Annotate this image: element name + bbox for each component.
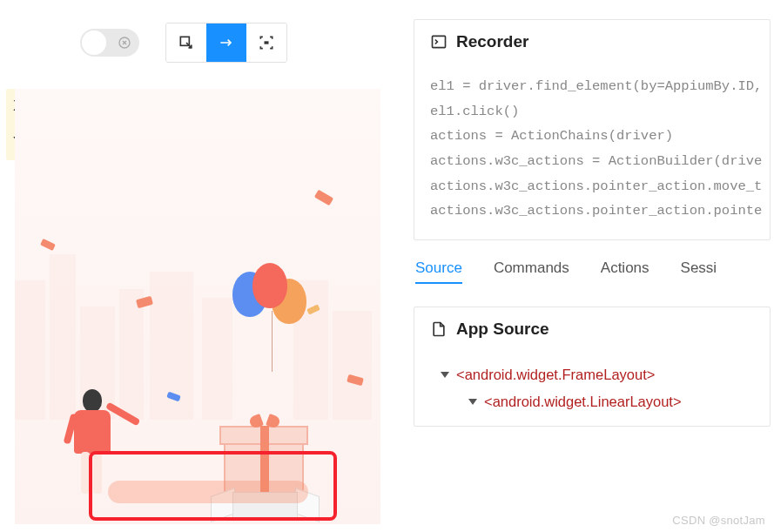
tree-node[interactable]: <android.widget.LinearLayout> xyxy=(414,388,770,415)
device-preview[interactable] xyxy=(15,89,380,524)
tab-source[interactable]: Source xyxy=(415,259,462,282)
caret-down-icon[interactable] xyxy=(468,399,477,405)
tab-commands[interactable]: Commands xyxy=(494,259,569,282)
recorder-section: Recorder el1 = driver.find_element(by=Ap… xyxy=(414,19,771,240)
selected-element-highlight[interactable] xyxy=(89,451,337,521)
highlighted-bar xyxy=(108,481,308,503)
svg-rect-6 xyxy=(433,36,446,47)
caret-down-icon[interactable] xyxy=(441,372,449,378)
terminal-icon xyxy=(430,33,448,51)
document-icon xyxy=(430,320,448,338)
recorder-title: Recorder xyxy=(456,32,528,51)
tab-actions[interactable]: Actions xyxy=(601,259,649,282)
select-element-button[interactable] xyxy=(166,24,206,62)
tap-swipe-button[interactable] xyxy=(206,24,246,62)
close-circle-icon xyxy=(117,35,132,51)
tab-session[interactable]: Sessi xyxy=(681,259,717,282)
app-source-title: App Source xyxy=(456,320,549,339)
svg-rect-5 xyxy=(265,42,267,44)
tree-node[interactable]: <android.widget.FrameLayout> xyxy=(414,361,770,388)
source-tabs: Source Commands Actions Sessi xyxy=(414,259,771,289)
recorder-code[interactable]: el1 = driver.find_element(by=AppiumBy.ID… xyxy=(414,64,770,239)
tree-tag: <android.widget.LinearLayout> xyxy=(484,394,682,410)
toggle-knob xyxy=(82,30,106,55)
element-tree: <android.widget.FrameLayout> <android.wi… xyxy=(414,351,770,426)
inspector-toggle[interactable] xyxy=(80,29,139,57)
app-source-section: App Source <android.widget.FrameLayout> … xyxy=(414,306,771,427)
coordinates-button[interactable] xyxy=(246,24,286,62)
watermark: CSDN @snotJam xyxy=(672,514,765,527)
tool-group xyxy=(165,23,287,63)
tree-tag: <android.widget.FrameLayout> xyxy=(456,367,655,383)
